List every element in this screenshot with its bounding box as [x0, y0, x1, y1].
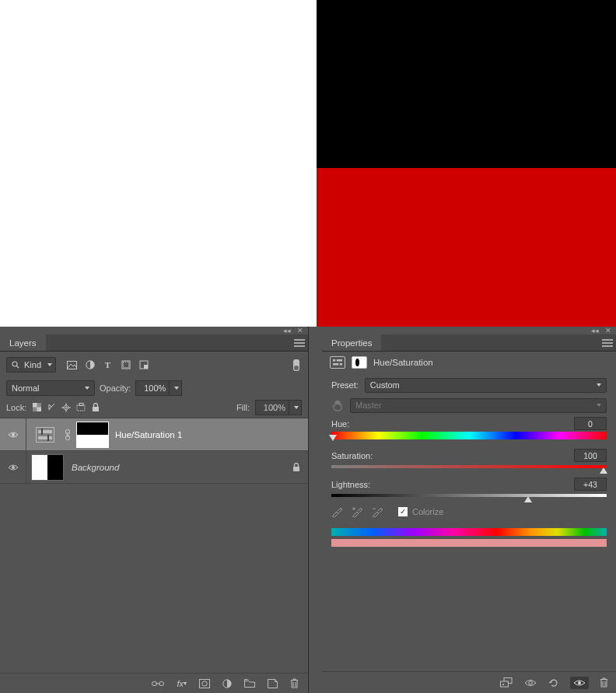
lock-artboard-icon[interactable] [76, 403, 86, 412]
hue-input[interactable]: 0 [574, 417, 607, 430]
saturation-input[interactable]: 100 [574, 449, 607, 462]
opacity-input[interactable]: 100% [135, 380, 170, 396]
svg-point-13 [12, 433, 15, 436]
chevron-down-icon [597, 404, 601, 407]
svg-rect-12 [93, 407, 99, 411]
fx-icon[interactable]: fx▾ [177, 679, 187, 688]
visibility-toggle[interactable] [0, 451, 26, 483]
layer-name[interactable]: Hue/Saturation 1 [115, 430, 182, 439]
spectrum-bars [331, 528, 607, 547]
new-layer-icon[interactable] [268, 679, 278, 688]
filter-toggle[interactable] [293, 359, 299, 371]
lock-icon[interactable] [292, 463, 300, 472]
lock-label: Lock: [6, 403, 26, 412]
svg-rect-10 [77, 405, 85, 411]
properties-footer [322, 671, 616, 693]
svg-rect-29 [501, 681, 509, 687]
delete-adjustment-icon[interactable] [600, 677, 608, 688]
eyedropper-icon[interactable] [331, 506, 342, 517]
filter-kind-select[interactable]: Kind [6, 357, 56, 373]
toggle-visibility-icon[interactable] [570, 677, 589, 689]
svg-rect-9 [37, 408, 41, 412]
properties-panel-tabs: Properties [322, 334, 616, 352]
mask-icon[interactable] [352, 356, 367, 369]
close-icon[interactable]: ✕ [605, 327, 611, 334]
blend-mode-select[interactable]: Normal [6, 380, 95, 396]
check-icon: ✓ [398, 507, 408, 516]
eyedropper-row: ✓ Colorize [331, 506, 607, 517]
layer-hue-saturation[interactable]: Hue/Saturation 1 [0, 418, 308, 451]
new-adjustment-icon[interactable] [222, 679, 232, 688]
filter-smartobject-icon[interactable] [138, 360, 149, 370]
canvas-red-region [317, 168, 616, 327]
lightness-input[interactable]: +43 [574, 478, 607, 491]
fill-chevron[interactable] [289, 400, 302, 415]
layer-thumb [31, 454, 64, 481]
fill-input[interactable]: 100% [255, 400, 289, 415]
canvas-white-region [0, 0, 317, 327]
blend-opacity-row: Normal Opacity: 100% [0, 375, 308, 398]
reset-icon[interactable] [548, 677, 559, 688]
svg-rect-4 [123, 362, 128, 368]
lock-all-icon[interactable] [91, 403, 100, 412]
layers-tab[interactable]: Layers [0, 334, 46, 351]
eyedropper-plus-icon[interactable] [352, 506, 362, 517]
layers-panel: ◂◂ ✕ Layers Kind T Normal Opacity: 100 [0, 327, 309, 693]
close-icon[interactable]: ✕ [297, 327, 303, 334]
slider-thumb[interactable] [524, 496, 532, 502]
layer-background[interactable]: Background [0, 451, 308, 484]
new-group-icon[interactable] [244, 679, 255, 688]
layer-name[interactable]: Background [72, 463, 119, 472]
opacity-chevron[interactable] [170, 380, 182, 396]
clip-to-layer-icon[interactable] [500, 677, 513, 688]
lock-transparent-icon[interactable] [32, 403, 41, 412]
layers-panel-topbar: ◂◂ ✕ [0, 327, 308, 334]
fill-label: Fill: [236, 403, 250, 412]
hue-slider[interactable] [331, 432, 607, 439]
mask-link-icon[interactable] [62, 429, 73, 440]
filter-shape-icon[interactable] [121, 360, 131, 370]
colorize-checkbox[interactable]: ✓ Colorize [398, 507, 443, 516]
chevron-down-icon [85, 387, 89, 390]
adjustment-icon[interactable] [330, 356, 345, 369]
layer-filter-row: Kind T [0, 352, 308, 375]
properties-header: Hue/Saturation [322, 352, 616, 376]
filter-type-icon[interactable]: T [103, 360, 113, 370]
visibility-toggle[interactable] [0, 418, 26, 450]
svg-point-31 [578, 681, 581, 684]
panel-menu-icon[interactable] [599, 334, 616, 351]
filter-pixel-icon[interactable] [67, 360, 77, 370]
svg-rect-26 [333, 359, 342, 362]
properties-tab[interactable]: Properties [322, 334, 381, 351]
saturation-slider[interactable] [331, 465, 607, 468]
panel-menu-icon[interactable] [291, 334, 308, 351]
channel-select: Master [350, 398, 607, 413]
svg-rect-20 [293, 467, 299, 471]
lightness-slider-block: Lightness: +43 [331, 478, 607, 497]
properties-body: Preset: Custom Master Hue: 0 [322, 376, 616, 547]
layers-panel-tabs: Layers [0, 334, 308, 352]
eyedropper-minus-icon[interactable] [372, 506, 383, 517]
filter-adjustment-icon[interactable] [85, 360, 95, 370]
collapse-icon[interactable]: ◂◂ [591, 327, 599, 334]
svg-rect-27 [333, 363, 342, 366]
svg-rect-8 [33, 403, 37, 408]
lock-position-icon[interactable] [61, 403, 71, 412]
lightness-slider[interactable] [331, 494, 607, 497]
hue-label: Hue: [331, 419, 349, 429]
collapse-icon[interactable]: ◂◂ [283, 327, 291, 334]
slider-thumb[interactable] [600, 467, 607, 474]
saturation-label: Saturation: [331, 451, 373, 460]
delete-layer-icon[interactable] [290, 678, 299, 688]
svg-rect-14 [37, 427, 54, 442]
view-previous-icon[interactable] [523, 678, 537, 688]
slider-thumb[interactable] [329, 435, 337, 441]
add-mask-icon[interactable] [199, 679, 210, 688]
preset-select[interactable]: Custom [365, 378, 607, 393]
layers-footer: fx▾ [0, 673, 308, 693]
link-layers-icon[interactable] [152, 680, 164, 688]
canvas-area [0, 0, 616, 327]
layer-mask-thumb[interactable] [76, 422, 109, 448]
targeted-adjustment-icon[interactable] [331, 399, 344, 411]
lock-image-icon[interactable] [47, 403, 56, 412]
